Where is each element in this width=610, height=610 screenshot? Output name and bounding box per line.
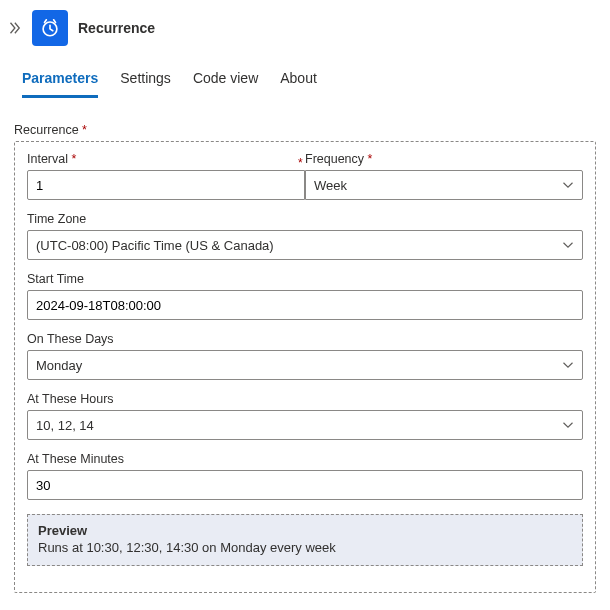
interval-label: Interval (27, 152, 305, 166)
preview-box: Preview Runs at 10:30, 12:30, 14:30 on M… (27, 514, 583, 566)
tab-settings[interactable]: Settings (120, 60, 171, 98)
timezone-select[interactable]: (UTC-08:00) Pacific Time (US & Canada) (27, 230, 583, 260)
minutes-input[interactable] (27, 470, 583, 500)
tab-parameters[interactable]: Parameters (22, 60, 98, 98)
tab-strip: Parameters Settings Code view About (0, 60, 610, 99)
collapse-chevron-icon[interactable] (6, 20, 22, 36)
chevron-down-icon (562, 179, 574, 191)
chevron-down-icon (562, 239, 574, 251)
recurrence-fieldset: Interval Frequency Week Time Zone (UTC-0… (14, 141, 596, 593)
days-label: On These Days (27, 332, 583, 346)
preview-title: Preview (38, 523, 572, 538)
interval-input[interactable] (27, 170, 305, 200)
chevron-down-icon (562, 419, 574, 431)
starttime-input[interactable] (27, 290, 583, 320)
frequency-select[interactable]: Week (305, 170, 583, 200)
frequency-value: Week (314, 178, 347, 193)
hours-label: At These Hours (27, 392, 583, 406)
minutes-label: At These Minutes (27, 452, 583, 466)
recurrence-tile-icon (32, 10, 68, 46)
parameters-section: Recurrence Interval Frequency Week Time … (0, 99, 610, 593)
hours-value: 10, 12, 14 (36, 418, 94, 433)
section-title: Recurrence (14, 123, 596, 137)
days-value: Monday (36, 358, 82, 373)
tab-code-view[interactable]: Code view (193, 60, 258, 98)
panel-title: Recurrence (78, 20, 155, 36)
tab-about[interactable]: About (280, 60, 317, 98)
preview-text: Runs at 10:30, 12:30, 14:30 on Monday ev… (38, 540, 572, 555)
hours-select[interactable]: 10, 12, 14 (27, 410, 583, 440)
timezone-label: Time Zone (27, 212, 583, 226)
chevron-down-icon (562, 359, 574, 371)
frequency-label: Frequency (305, 152, 583, 166)
starttime-label: Start Time (27, 272, 583, 286)
days-select[interactable]: Monday (27, 350, 583, 380)
timezone-value: (UTC-08:00) Pacific Time (US & Canada) (36, 238, 274, 253)
panel-header: Recurrence (0, 0, 610, 60)
